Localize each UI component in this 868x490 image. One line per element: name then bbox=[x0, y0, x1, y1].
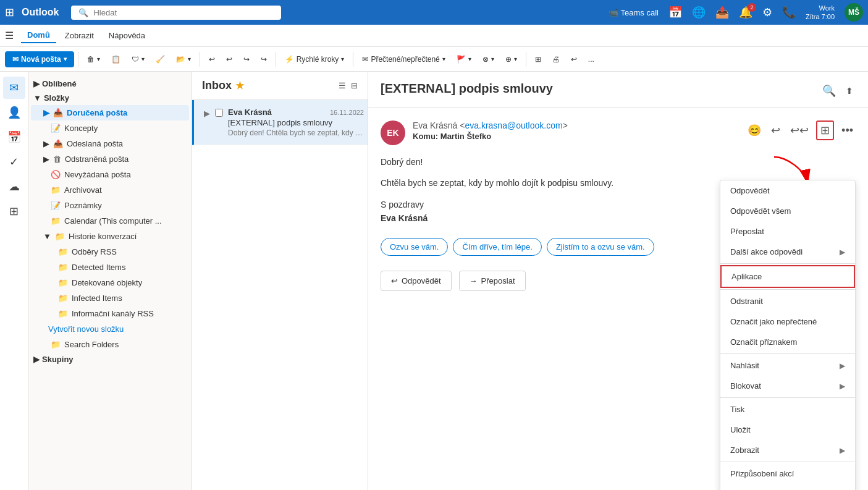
folder-poznamky[interactable]: 📝 Poznámky bbox=[31, 198, 189, 213]
search-input[interactable] bbox=[93, 8, 266, 17]
folder-detected-items[interactable]: 📁 Detected Items bbox=[31, 260, 189, 275]
teams-call-btn[interactable]: 📹 Teams call bbox=[609, 8, 659, 17]
folder-infected-items[interactable]: 📁 Infected Items bbox=[31, 290, 189, 306]
grid-icon[interactable]: ⊞ bbox=[816, 120, 834, 140]
folder-nevyzadana-posta[interactable]: 🚫 Nevyžádaná pošta bbox=[31, 167, 189, 182]
read-unread-btn[interactable]: ✉ Přečtené/nepřečtené ▾ bbox=[357, 53, 450, 66]
context-menu-odpovediet[interactable]: Odpovědět bbox=[720, 180, 855, 201]
folder-calendar[interactable]: 📁 Calendar (This computer ... bbox=[31, 213, 189, 229]
sidebar-item-mail[interactable]: ✉ bbox=[3, 77, 25, 99]
oblibene-section[interactable]: ▶ Oblíbené bbox=[28, 77, 192, 91]
forward-btn[interactable]: → Přeposlat bbox=[459, 271, 526, 291]
notification-icon-btn[interactable]: 🔔 2 bbox=[739, 6, 752, 19]
context-menu-odpovediet-vsem[interactable]: Odpovědět všem bbox=[720, 201, 855, 221]
context-menu-odstranit[interactable]: Odstranit bbox=[720, 291, 855, 311]
email-checkbox[interactable] bbox=[215, 109, 223, 117]
folder-odeslana-posta[interactable]: ▶ 📤 Odeslaná pošta bbox=[31, 136, 189, 151]
waffle-icon[interactable]: ⊞ bbox=[5, 6, 14, 19]
protect-btn[interactable]: 🛡 ▾ bbox=[127, 53, 150, 66]
new-mail-dropdown-arrow[interactable]: ▾ bbox=[64, 56, 67, 62]
expand-arrow[interactable]: ▶ bbox=[204, 109, 210, 118]
context-menu-blokovat[interactable]: Blokovat ▶ bbox=[720, 376, 855, 396]
menu-item-zobrazit[interactable]: Zobrazit bbox=[59, 28, 100, 43]
search-content-icon[interactable]: 🔍 bbox=[820, 82, 838, 100]
folder-archivovat[interactable]: 📁 Archivovat bbox=[31, 182, 189, 198]
redo-icon: ↪ bbox=[243, 55, 250, 64]
menu-item-domu[interactable]: Domů bbox=[21, 28, 56, 43]
context-menu-oznacit-neprectene[interactable]: Označit jako nepřečtené bbox=[720, 311, 855, 332]
context-menu-aplikace[interactable]: Aplikace bbox=[720, 265, 855, 288]
context-menu-oznacit-priznakem[interactable]: Označit příznakem bbox=[720, 332, 855, 352]
new-mail-button[interactable]: ✉ Nová pošta ▾ bbox=[5, 51, 74, 67]
undo2-btn[interactable]: ↩ bbox=[221, 53, 237, 66]
meeting-icon-btn[interactable]: 📅 bbox=[668, 6, 682, 19]
sidebar-item-calendar[interactable]: 📅 bbox=[3, 126, 25, 148]
quick-steps-btn[interactable]: ⚡ Rychlé kroky ▾ bbox=[280, 53, 350, 66]
context-menu-pokrocile[interactable]: Pokročilé akce ▶ bbox=[720, 484, 855, 490]
chip-2[interactable]: Zjistím to a ozvu se vám. bbox=[547, 238, 654, 256]
slozky-section[interactable]: ▼ Složky bbox=[28, 91, 192, 105]
undo-btn[interactable]: ↩ bbox=[204, 53, 220, 66]
sidebar-item-cloud[interactable]: ☁ bbox=[3, 175, 25, 198]
delete-btn[interactable]: 🗑 ▾ bbox=[82, 53, 105, 66]
sidebar-item-apps[interactable]: ⊞ bbox=[3, 200, 25, 222]
create-folder-btn[interactable]: Vytvořit novou složku bbox=[28, 321, 192, 337]
delete3-btn[interactable]: ⊗ ▾ bbox=[478, 53, 499, 66]
move-btn[interactable]: 📂 ▾ bbox=[171, 53, 196, 66]
flag-btn[interactable]: 🚩 ▾ bbox=[452, 53, 476, 66]
sweep-btn[interactable]: 🧹 bbox=[151, 53, 170, 66]
context-menu-tisk[interactable]: Tisk bbox=[720, 399, 855, 420]
context-menu-dalsi-akce[interactable]: Další akce odpovědi ▶ bbox=[720, 242, 855, 262]
settings-icon-btn[interactable]: ⚙ bbox=[762, 6, 772, 19]
more-actions-btn[interactable]: ••• bbox=[839, 122, 856, 140]
context-menu-zobrazit[interactable]: Zobrazit ▶ bbox=[720, 440, 855, 460]
calendar-folder-icon: 📁 bbox=[51, 216, 61, 226]
context-menu-preposlat[interactable]: Přeposlat bbox=[720, 221, 855, 242]
share-icon-btn[interactable]: 📤 bbox=[715, 6, 729, 19]
search-folders-icon: 📁 bbox=[51, 340, 61, 349]
redo-btn[interactable]: ↪ bbox=[238, 53, 255, 66]
folder-dorucena-posta[interactable]: ▶ 📥 Doručená pošta bbox=[31, 105, 189, 120]
reply-btn[interactable]: ↩ Odpovědět bbox=[381, 271, 452, 291]
skupiny-section[interactable]: ▶ Skupiny bbox=[28, 352, 192, 366]
print-btn[interactable]: 🖨 bbox=[547, 53, 565, 66]
popout-icon[interactable]: ⬆ bbox=[843, 83, 856, 98]
folder-search-folders[interactable]: 📁 Search Folders bbox=[31, 337, 189, 352]
reply-all-icon[interactable]: ↩↩ bbox=[788, 121, 811, 140]
filter-icon[interactable]: ⊟ bbox=[351, 81, 358, 90]
translate-icon-btn[interactable]: 🌐 bbox=[692, 6, 706, 19]
context-menu-ulozit[interactable]: Uložit bbox=[720, 420, 855, 440]
archive-btn[interactable]: 📋 bbox=[106, 53, 125, 66]
reply-icon[interactable]: ↩ bbox=[769, 121, 783, 140]
context-menu-nahlatit[interactable]: Nahlásit ▶ bbox=[720, 355, 855, 376]
folder-odstranena-posta[interactable]: ▶ 🗑 Odstraněná pošta bbox=[31, 151, 189, 167]
historie-icon: 📁 bbox=[55, 232, 65, 241]
forward-btn-icon: → bbox=[470, 276, 478, 285]
folder-koncepty[interactable]: 📝 Koncepty bbox=[31, 120, 189, 136]
email-item-0[interactable]: ▶ Eva Krásná 16.11.2022 [EXTERNAL] podpi… bbox=[192, 100, 368, 145]
chip-0[interactable]: Ozvu se vám. bbox=[381, 238, 448, 256]
email-list: Inbox ★ ☰ ⊟ ▶ Eva Krásná 16.11.2022 [EXT… bbox=[192, 72, 368, 490]
email-meta: Eva Krásná <eva.krasna@outlook.com> Komu… bbox=[413, 120, 568, 141]
hamburger-icon[interactable]: ☰ bbox=[5, 30, 14, 41]
folder-informacni-kanaly[interactable]: 📁 Informační kanály RSS bbox=[31, 306, 189, 321]
body-text-content: Chtěla bych se zeptat, kdy by mohlo dojí… bbox=[381, 178, 613, 188]
more-toolbar-btn[interactable]: ... bbox=[583, 53, 599, 66]
view-options-btn[interactable]: ⊞ bbox=[530, 53, 546, 66]
redo2-btn[interactable]: ↪ bbox=[256, 53, 272, 66]
folder-odbery-rss[interactable]: 📁 Odběry RSS bbox=[31, 244, 189, 260]
folder-detekowane-objekty[interactable]: 📁 Detekované objekty bbox=[31, 275, 189, 290]
menu-item-napoveda[interactable]: Nápověda bbox=[103, 28, 151, 43]
sidebar-item-todo[interactable]: ✓ bbox=[3, 151, 25, 173]
avatar[interactable]: MŠ bbox=[845, 3, 863, 22]
video-icon: 📹 bbox=[609, 8, 618, 17]
zoom-btn[interactable]: ⊕ ▾ bbox=[500, 53, 522, 66]
undo3-btn[interactable]: ↩ bbox=[566, 53, 582, 66]
emoji-icon[interactable]: 😊 bbox=[745, 121, 764, 140]
chip-1[interactable]: Čím dříve, tím lépe. bbox=[453, 238, 541, 256]
folder-historie-konverzaci[interactable]: ▼ 📁 Historie konverzací bbox=[31, 229, 189, 244]
read-mode-icon[interactable]: ☰ bbox=[339, 81, 346, 90]
sidebar-item-people[interactable]: 👤 bbox=[3, 101, 25, 124]
phone-icon-btn[interactable]: 📞 bbox=[782, 6, 796, 19]
context-menu-prizpusobeni[interactable]: Přizpůsobení akcí bbox=[720, 463, 855, 484]
